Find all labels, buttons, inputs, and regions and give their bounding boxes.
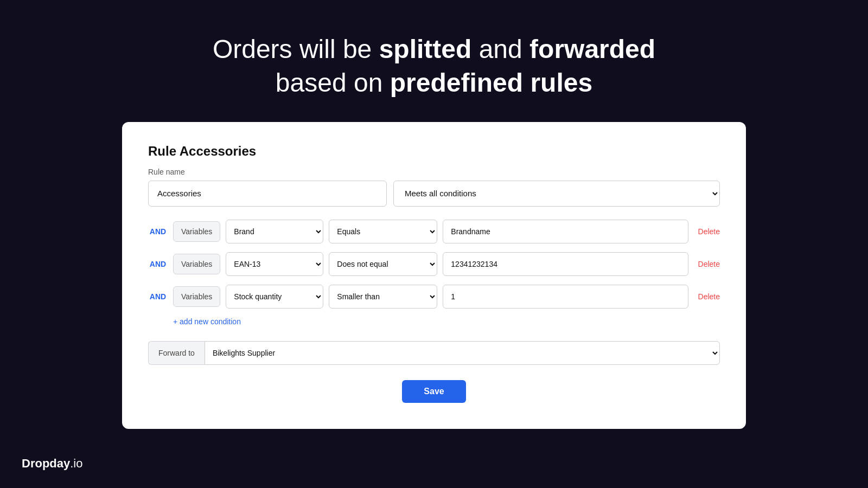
delete-button[interactable]: Delete xyxy=(698,260,720,268)
operator-select[interactable]: EqualsDoes not equalSmaller thanGreater … xyxy=(329,252,437,276)
field-select[interactable]: BrandEAN-13Stock quantity xyxy=(226,220,323,243)
hero-title-normal3: based on xyxy=(276,68,383,97)
and-label: AND xyxy=(148,292,168,301)
forward-label: Forward to xyxy=(148,341,205,365)
rule-name-input[interactable] xyxy=(148,181,387,207)
value-input[interactable] xyxy=(443,252,688,276)
condition-row: AND Variables BrandEAN-13Stock quantity … xyxy=(148,285,720,309)
variables-badge: Variables xyxy=(173,221,220,242)
top-row: Meets all conditions Meets any condition xyxy=(148,181,720,207)
condition-row: AND Variables BrandEAN-13Stock quantity … xyxy=(148,220,720,243)
hero-title-bold1: splitted xyxy=(379,35,472,63)
field-select[interactable]: BrandEAN-13Stock quantity xyxy=(226,252,323,276)
variables-badge: Variables xyxy=(173,254,220,274)
footer-brand-tld: .io xyxy=(70,457,82,470)
forward-select[interactable]: Bikelights Supplier Other Supplier xyxy=(205,341,720,365)
and-label: AND xyxy=(148,260,168,268)
condition-row: AND Variables BrandEAN-13Stock quantity … xyxy=(148,252,720,276)
and-label: AND xyxy=(148,227,168,236)
hero-title: Orders will be splitted and forwarded ba… xyxy=(213,33,655,100)
rule-card: Rule Accessories Rule name Meets all con… xyxy=(122,122,746,429)
card-title: Rule Accessories xyxy=(148,144,720,159)
save-button[interactable]: Save xyxy=(402,380,465,403)
footer-brand: Dropday.io xyxy=(22,457,83,471)
footer-brand-name: Dropday xyxy=(22,457,70,470)
value-input[interactable] xyxy=(443,220,688,243)
condition-select[interactable]: Meets all conditions Meets any condition xyxy=(393,181,720,207)
variables-badge: Variables xyxy=(173,286,220,307)
save-row: Save xyxy=(148,380,720,403)
value-input[interactable] xyxy=(443,285,688,309)
operator-select[interactable]: EqualsDoes not equalSmaller thanGreater … xyxy=(329,220,437,243)
hero-title-bold2: forwarded xyxy=(529,35,655,63)
rule-name-label: Rule name xyxy=(148,168,720,176)
forward-row: Forward to Bikelights Supplier Other Sup… xyxy=(148,341,720,365)
conditions-container: AND Variables BrandEAN-13Stock quantity … xyxy=(148,220,720,309)
operator-select[interactable]: EqualsDoes not equalSmaller thanGreater … xyxy=(329,285,437,309)
hero-title-normal2: and xyxy=(479,35,522,63)
delete-button[interactable]: Delete xyxy=(698,227,720,236)
hero-title-bold3: predefined rules xyxy=(390,68,592,97)
field-select[interactable]: BrandEAN-13Stock quantity xyxy=(226,285,323,309)
add-condition-button[interactable]: + add new condition xyxy=(173,317,241,326)
hero-title-normal1: Orders will be xyxy=(213,35,372,63)
delete-button[interactable]: Delete xyxy=(698,292,720,301)
